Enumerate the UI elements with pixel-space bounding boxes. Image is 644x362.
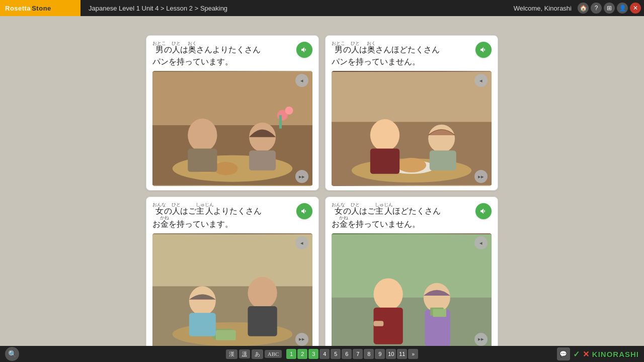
card-2-sound-button[interactable] — [475, 42, 492, 58]
svg-rect-27 — [189, 313, 216, 336]
top-navigation-bar: RosettaStone Japanese Level 1 Unit 4 > L… — [0, 0, 644, 16]
card-3-photo-svg — [152, 233, 312, 348]
flash-card-4: 女おんなの人ひとはご主人しゅじんほどたくさんお金かねを持っていません。 — [325, 197, 498, 353]
bottom-center-controls: 漢 漢 あ ABC 1 2 3 4 5 6 7 8 9 10 11 » — [226, 349, 419, 359]
card-3-header: 女おんなの人ひとはご主人しゅじんよりたくさんお金かねを持っています。 — [152, 202, 312, 230]
main-content: 男おとこの人ひとは奥おくさんよりたくさんパンを持っています。 — [0, 16, 644, 346]
page-btn-3[interactable]: 3 — [308, 349, 318, 359]
abc-button[interactable]: ABC — [265, 350, 282, 358]
card-3-photo — [152, 233, 312, 348]
card-3-ruby-4: 金かね — [160, 220, 169, 228]
card-4-sound-button[interactable] — [475, 203, 492, 219]
sound-icon-4 — [479, 207, 488, 215]
card-4-image-wrapper: ◂ ▸▸ — [332, 233, 492, 348]
card-3-ruby-2: 人ひと — [172, 207, 180, 215]
card-3-small-sound-bottom[interactable]: ▸▸ — [295, 333, 308, 346]
flash-card-1: 男おとこの人ひとは奥おくさんよりたくさんパンを持っています。 — [146, 35, 319, 191]
card-1-small-sound-top[interactable]: ◂ — [295, 74, 308, 87]
page-btn-9[interactable]: 9 — [375, 349, 385, 359]
welcome-message: Welcome, Kinorashi — [514, 5, 572, 12]
card-1-text: 男おとこの人ひとは奥おくさんよりたくさんパンを持っています。 — [152, 41, 292, 68]
page-buttons: 1 2 3 4 5 6 7 8 9 10 11 » — [286, 349, 418, 359]
sound-icon-3 — [300, 207, 308, 215]
card-2-small-sound-top[interactable]: ◂ — [474, 74, 488, 87]
person-icon[interactable]: 👤 — [617, 3, 628, 14]
chat-icon[interactable]: 💬 — [557, 347, 570, 360]
card-4-ruby-2: 人ひと — [351, 207, 359, 215]
card-3-text: 女おんなの人ひとはご主人しゅじんよりたくさんお金かねを持っています。 — [152, 202, 292, 230]
x-icon: ✕ — [583, 349, 589, 359]
home-icon[interactable]: 🏠 — [578, 3, 589, 14]
card-4-ruby-1: 女おんな — [332, 207, 343, 215]
flash-card-2: 男おとこの人ひとは奥おくさんほどたくさんパンを持っていません。 — [325, 35, 498, 191]
svg-point-16 — [397, 158, 426, 172]
page-btn-6[interactable]: 6 — [342, 349, 352, 359]
card-2-photo-svg — [332, 71, 492, 186]
card-3-sound-button[interactable] — [296, 203, 312, 219]
card-4-ruby-3: 主人しゅじん — [375, 207, 392, 215]
logo-rosetta: RosettaStone — [5, 4, 52, 12]
card-2-photo — [332, 71, 492, 186]
card-4-header: 女おんなの人ひとはご主人しゅじんほどたくさんお金かねを持っていません。 — [332, 202, 492, 230]
bottom-navigation-bar: 🔍 漢 漢 あ ABC 1 2 3 4 5 6 7 8 9 10 11 » 💬 … — [0, 346, 644, 362]
card-2-text: 男おとこの人ひとは奥おくさんほどたくさんパンを持っていません。 — [332, 41, 471, 68]
svg-rect-6 — [188, 148, 217, 171]
card-2-ruby-3: 奥おく — [367, 45, 375, 54]
page-btn-8[interactable]: 8 — [364, 349, 374, 359]
svg-point-10 — [285, 107, 293, 115]
svg-rect-29 — [248, 306, 277, 336]
svg-rect-31 — [332, 234, 492, 301]
svg-point-33 — [373, 279, 403, 311]
card-2-ruby-1: 男おとこ — [332, 45, 343, 54]
page-btn-1[interactable]: 1 — [286, 349, 296, 359]
page-btn-10[interactable]: 10 — [386, 349, 396, 359]
card-1-ruby-3: 奥おく — [188, 45, 196, 54]
help-icon[interactable]: ? — [591, 3, 602, 14]
flash-card-3: 女おんなの人ひとはご主人しゅじんよりたくさんお金かねを持っています。 — [146, 197, 319, 353]
svg-point-5 — [188, 119, 217, 152]
card-4-photo — [332, 233, 492, 348]
user-name-display: KINORASHI — [592, 350, 639, 358]
svg-rect-32 — [332, 298, 492, 347]
check-icon: ✓ — [573, 349, 580, 359]
close-icon[interactable]: ✕ — [630, 3, 641, 14]
page-btn-11[interactable]: 11 — [397, 349, 407, 359]
card-3-ruby-1: 女おんな — [152, 207, 164, 215]
card-2-header: 男おとこの人ひとは奥おくさんほどたくさんパンを持っていません。 — [332, 41, 492, 68]
svg-point-28 — [248, 277, 277, 309]
card-2-ruby-2: 人ひと — [351, 45, 359, 54]
svg-rect-25 — [216, 330, 236, 340]
card-1-photo-svg — [152, 71, 312, 186]
card-1-ruby-2: 人ひと — [172, 45, 180, 54]
sound-icon — [300, 46, 308, 54]
kanji-button-1[interactable]: 漢 — [226, 349, 237, 359]
card-1-header: 男おとこの人ひとは奥おくさんよりたくさんパンを持っています。 — [152, 41, 312, 68]
svg-point-4 — [214, 162, 238, 175]
card-2-image-wrapper: ◂ ▸▸ — [332, 71, 492, 186]
svg-rect-39 — [373, 321, 383, 327]
cards-grid: 男おとこの人ひとは奥おくさんよりたくさんパンを持っています。 — [146, 35, 498, 327]
svg-point-17 — [370, 119, 399, 151]
card-3-ruby-3: 主人しゅじん — [196, 207, 213, 215]
magnify-button[interactable]: 🔍 — [5, 347, 19, 361]
topbar-icons: 🏠 ? ⊞ 👤 ✕ — [578, 3, 641, 14]
sound-icon-2 — [479, 46, 488, 54]
page-btn-4[interactable]: 4 — [319, 349, 330, 359]
svg-rect-11 — [279, 115, 282, 129]
page-next-arrow[interactable]: » — [408, 349, 418, 359]
svg-rect-38 — [433, 309, 446, 317]
page-btn-5[interactable]: 5 — [331, 349, 341, 359]
hiragana-button[interactable]: あ — [252, 349, 263, 359]
page-btn-2[interactable]: 2 — [297, 349, 307, 359]
card-1-sound-button[interactable] — [296, 42, 312, 58]
kanji-button-2[interactable]: 漢 — [239, 349, 250, 358]
page-btn-7[interactable]: 7 — [353, 349, 363, 359]
card-3-image-wrapper: ◂ ▸▸ — [152, 233, 312, 348]
card-4-small-sound-bottom[interactable]: ▸▸ — [474, 333, 488, 346]
card-1-photo — [152, 71, 312, 186]
svg-rect-8 — [249, 150, 276, 170]
card-1-image-wrapper: ◂ ▸▸ — [152, 71, 312, 186]
card-4-text: 女おんなの人ひとはご主人しゅじんほどたくさんお金かねを持っていません。 — [332, 202, 471, 230]
logo-area: RosettaStone — [0, 0, 80, 16]
layers-icon[interactable]: ⊞ — [604, 3, 615, 14]
